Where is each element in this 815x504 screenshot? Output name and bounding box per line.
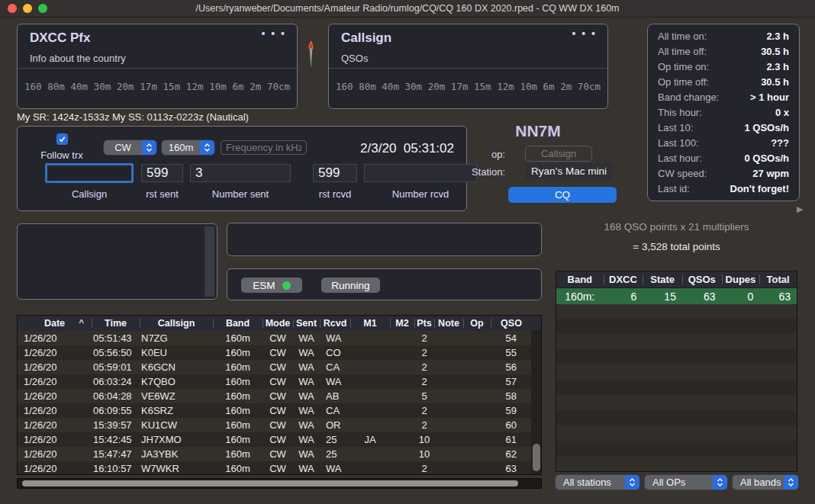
band-label: 12m <box>186 81 204 92</box>
stat-value: 0 QSOs/h <box>744 152 789 164</box>
log-row[interactable]: 1/26/20 06:09:55 K6SRZ 160m CW WA CA 2 5… <box>18 403 541 418</box>
m2-cell <box>390 389 414 403</box>
stat-value: 30.5 h <box>761 46 789 57</box>
log-vertical-scrollbar[interactable] <box>531 330 541 474</box>
bands-filter-value: All bands <box>733 475 784 490</box>
callsign-cell: JA3YBK <box>140 447 213 461</box>
log-header-time[interactable]: Time <box>92 316 140 331</box>
log-header-m2[interactable]: M2 <box>390 316 414 331</box>
pts-cell: 5 <box>414 389 434 403</box>
op-cell <box>463 389 491 403</box>
dxcc-band-row: 16080m40m30m20m17m15m12m10m6m2m70cm <box>24 74 290 92</box>
log-header-rcvd[interactable]: Rcvd <box>320 316 350 331</box>
log-row[interactable]: 1/26/20 15:42:45 JH7XMO 160m CW WA 25 JA… <box>18 432 541 447</box>
log-header-qso[interactable]: QSO <box>491 316 532 331</box>
callsign-card: Callsign • • • QSOs 16080m40m30m20m17m15… <box>328 24 608 109</box>
minimize-button[interactable] <box>23 4 32 13</box>
rst-sent-input[interactable] <box>141 164 183 182</box>
band-label: 80m <box>47 81 65 92</box>
stat-label: Last hour: <box>658 152 702 164</box>
log-row[interactable]: 1/26/20 15:47:47 JA3YBK 160m CW WA 25 10… <box>18 447 541 461</box>
op-cell <box>463 447 491 461</box>
m2-cell <box>390 447 414 461</box>
op-callsign-input[interactable] <box>525 146 592 162</box>
sent-cell: WA <box>293 331 320 345</box>
date-cell: 1/26/20 <box>18 331 92 345</box>
log-row[interactable]: 1/26/20 06:04:28 VE6WZ 160m CW WA AB 5 5… <box>18 389 541 403</box>
log-header-op[interactable]: Op <box>463 316 491 331</box>
esm-button[interactable]: ESM <box>241 278 302 293</box>
stat-value: 1 QSOs/h <box>744 122 789 133</box>
log-header-note[interactable]: Note <box>434 316 463 331</box>
follow-trx-checkbox[interactable] <box>56 133 68 145</box>
log-header-date[interactable]: Date^ <box>18 316 92 331</box>
rcvd-cell: WA <box>320 374 350 389</box>
log-row[interactable]: 1/26/20 06:03:24 K7QBO 160m CW WA WA 2 5… <box>18 374 541 389</box>
log-row[interactable]: 1/26/20 05:51:43 N7ZG 160m CW WA WA 2 54 <box>18 331 541 345</box>
sunrise-sunset-text: My SR: 1424z-1533z My SS: 0113z-0223z (N… <box>17 111 249 123</box>
mode-cell: CW <box>263 447 293 461</box>
scrollbar-thumb[interactable] <box>533 444 540 471</box>
band-summary-row-160m[interactable]: 160m: 6 15 63 0 63 <box>556 288 797 304</box>
log-header-m1[interactable]: M1 <box>350 316 390 331</box>
band-label: 40m <box>71 81 89 92</box>
callsign-entry-input[interactable] <box>45 163 134 183</box>
log-header-band[interactable]: Band <box>213 316 263 331</box>
log-row[interactable]: 1/26/20 05:59:01 K6GCN 160m CW WA CA 2 5… <box>18 360 541 374</box>
stat-value: 27 wpm <box>752 168 789 179</box>
bands-filter-select[interactable]: All bands <box>733 475 798 490</box>
log-header-callsign[interactable]: Callsign <box>140 316 213 331</box>
log-header-pts[interactable]: Pts <box>414 316 434 331</box>
dxcc-card: DXCC Pfx • • • Info about the country 16… <box>17 24 298 109</box>
m1-cell <box>350 360 390 374</box>
log-row[interactable]: 1/26/20 16:10:57 W7WKR 160m CW WA WA 2 6… <box>18 461 541 475</box>
mode-cell: CW <box>263 345 293 360</box>
log-row[interactable]: 1/26/20 15:39:57 KU1CW 160m CW WA OR 2 6… <box>18 418 541 432</box>
zoom-button[interactable] <box>38 4 47 13</box>
follow-trx-label: Follow trx <box>33 149 91 161</box>
m1-cell <box>350 345 390 360</box>
mode-select-value: CW <box>104 140 142 155</box>
m1-cell <box>350 389 390 403</box>
date-cell: 1/26/20 <box>18 403 92 418</box>
stat-label: All time on: <box>658 30 707 42</box>
band-cell: 160m <box>213 374 263 389</box>
pts-cell: 2 <box>414 374 434 389</box>
running-button[interactable]: Running <box>321 278 380 293</box>
title-bar: /Users/ryanweber/Documents/Amateur Radio… <box>0 0 815 18</box>
qso-cell: 55 <box>491 345 532 360</box>
scrollbar-track[interactable] <box>205 226 214 297</box>
close-button[interactable] <box>8 4 17 13</box>
log-header-mode[interactable]: Mode <box>263 316 293 331</box>
band-label: 40m <box>382 81 399 92</box>
stepper-chevrons-icon <box>200 140 214 155</box>
cq-button[interactable]: CQ <box>508 187 617 203</box>
more-options-icon[interactable]: • • • <box>572 27 597 40</box>
more-options-icon[interactable]: • • • <box>262 27 286 40</box>
stat-value: ??? <box>771 137 789 149</box>
log-row[interactable]: 1/26/20 05:56:50 K0EU 160m CW WA CO 2 55 <box>18 345 541 360</box>
stations-filter-select[interactable]: All stations <box>556 475 639 490</box>
scrollbar-thumb[interactable] <box>22 480 518 486</box>
stat-label: Last id: <box>658 183 690 194</box>
stat-row: Last 100: ??? <box>658 137 789 149</box>
stat-label: Band change: <box>658 91 719 103</box>
log-header-sent[interactable]: Sent <box>293 316 320 331</box>
number-sent-input[interactable] <box>190 164 291 182</box>
note-cell <box>434 331 463 345</box>
pts-cell: 2 <box>414 360 434 374</box>
band-select[interactable]: 160m <box>162 140 214 155</box>
disclosure-arrow-icon[interactable]: ▶ <box>797 204 803 214</box>
frequency-input[interactable] <box>221 140 307 155</box>
rcvd-cell: AB <box>320 389 350 403</box>
log-horizontal-scrollbar[interactable] <box>17 478 542 489</box>
ops-filter-select[interactable]: All OPs <box>645 475 727 490</box>
band-label: 70cm <box>267 81 290 92</box>
stat-value: Don't forget! <box>730 183 789 194</box>
rst-rcvd-input[interactable] <box>313 164 357 182</box>
m2-cell <box>390 360 414 374</box>
mode-select[interactable]: CW <box>104 140 156 155</box>
band-label: 10m <box>209 81 227 92</box>
m2-cell <box>390 345 414 360</box>
band-label: 6m <box>232 81 243 92</box>
